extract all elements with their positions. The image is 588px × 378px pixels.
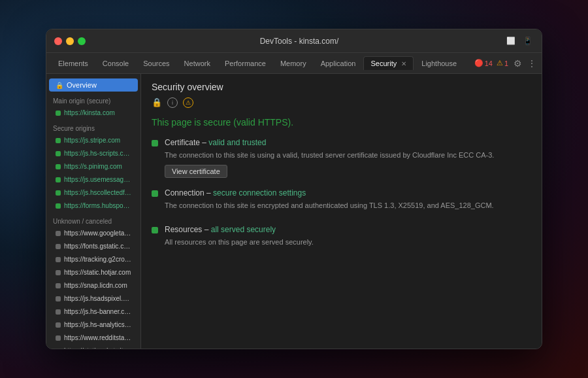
devtools-window: DevTools - kinsta.com/ ⬜ 📱 Elements Cons… [46, 29, 542, 349]
sidebar-item-unknown-1[interactable]: https://fonts.gstatic.com [49, 240, 138, 252]
unknown-origin-2: https://tracking.g2crowd.c... [64, 256, 131, 263]
sidebar-item-secure-5[interactable]: https://forms.hubspot.com [49, 199, 138, 212]
certificate-dot [152, 140, 158, 146]
window-title: DevTools - kinsta.com/ [93, 37, 505, 46]
secure-dot-5 [56, 203, 61, 209]
resources-body: Resources – all served securely All reso… [165, 225, 314, 252]
unknown-origins-label: Unknown / canceled [46, 213, 140, 226]
connection-body: Connection – secure connection settings … [165, 188, 494, 215]
unknown-dot-4 [56, 283, 61, 288]
tab-performance[interactable]: Performance [218, 57, 272, 70]
lock-icon: 🔒 [56, 82, 63, 89]
certificate-link[interactable]: valid and trusted [208, 138, 266, 147]
connection-section: Connection – secure connection settings … [152, 188, 531, 215]
titlebar: DevTools - kinsta.com/ ⬜ 📱 [46, 29, 542, 53]
secure-origin-1: https://js.hs-scripts.com [64, 150, 131, 157]
close-button[interactable] [54, 37, 62, 45]
certificate-section: Certificate – valid and trusted The conn… [152, 138, 531, 178]
tab-sources[interactable]: Sources [137, 57, 176, 70]
resources-title: Resources – all served securely [165, 225, 314, 234]
sidebar-item-unknown-4[interactable]: https://snap.licdn.com [49, 279, 138, 292]
tab-application[interactable]: Application [314, 57, 363, 70]
tab-elements[interactable]: Elements [52, 57, 95, 70]
unknown-dot-7 [56, 322, 61, 328]
unknown-dot-2 [56, 257, 61, 262]
sidebar-item-secure-2[interactable]: https://s.pinimg.com [49, 160, 138, 173]
settings-icon[interactable]: ⚙ [514, 58, 522, 69]
connection-title: Connection – secure connection settings [165, 188, 494, 198]
warning-icon: ⚠ [497, 59, 503, 67]
main-content: 🔒 Overview Main origin (secure) https://… [46, 74, 542, 349]
sidebar-item-unknown-2[interactable]: https://tracking.g2crowd.c... [49, 253, 138, 266]
unknown-origin-6: https://js.hs-banner.com [64, 308, 131, 315]
tab-controls: 🔴 14 ⚠ 1 ⚙ ⋮ [474, 58, 536, 69]
sidebar: 🔒 Overview Main origin (secure) https://… [46, 74, 141, 349]
secure-origin-0: https://js.stripe.com [64, 137, 120, 144]
certificate-title: Certificate – valid and trusted [165, 138, 494, 147]
secure-origin-2: https://s.pinimg.com [64, 163, 122, 170]
security-panel: Security overview 🔒 i ⚠ This page is sec… [141, 74, 542, 349]
resources-section: Resources – all served securely All reso… [152, 225, 531, 252]
tab-console[interactable]: Console [96, 57, 135, 70]
sidebar-item-unknown-9[interactable]: https://static.ads-twitter.cor [49, 345, 138, 349]
secure-dot-1 [56, 151, 61, 156]
sidebar-item-secure-4[interactable]: https://js.hscollectedforms.n [49, 186, 138, 199]
secure-dot-main [56, 111, 61, 116]
connection-desc: The connection to this site is encrypted… [165, 200, 494, 211]
sidebar-item-unknown-5[interactable]: https://js.hsadspixel.net [49, 292, 138, 305]
tab-security[interactable]: Security ✕ [363, 56, 414, 70]
resources-link[interactable]: all served securely [211, 225, 276, 234]
traffic-lights [54, 37, 86, 45]
tab-close-icon[interactable]: ✕ [401, 60, 406, 67]
main-origin-url: https://kinsta.com [64, 109, 115, 116]
panel-status-icons: 🔒 i ⚠ [152, 97, 531, 108]
warning-count: 1 [504, 60, 508, 67]
resources-label: Resources – [165, 225, 211, 234]
minimize-button[interactable] [66, 37, 74, 45]
tab-memory[interactable]: Memory [274, 57, 313, 70]
tab-network[interactable]: Network [178, 57, 217, 70]
tab-lighthouse[interactable]: Lighthouse [415, 57, 463, 70]
secure-dot-2 [56, 164, 61, 169]
sidebar-overview-label: Overview [67, 81, 97, 89]
unknown-origin-7: https://js.hs-analytics.net [64, 321, 131, 328]
certificate-body: Certificate – valid and trusted The conn… [165, 138, 494, 178]
sidebar-item-main-origin[interactable]: https://kinsta.com [49, 107, 138, 119]
unknown-dot-5 [56, 296, 61, 301]
device-icon[interactable]: 📱 [522, 35, 534, 47]
unknown-dot-8 [56, 335, 61, 341]
secure-dot-4 [56, 190, 61, 196]
sidebar-item-secure-1[interactable]: https://js.hs-scripts.com [49, 147, 138, 160]
panel-title: Security overview [152, 82, 531, 92]
lock-status-icon: 🔒 [152, 97, 162, 108]
sidebar-item-unknown-3[interactable]: https://static.hotjar.com [49, 266, 138, 279]
error-icon: 🔴 [474, 59, 483, 67]
warn-status-icon[interactable]: ⚠ [183, 97, 193, 108]
unknown-origin-3: https://static.hotjar.com [64, 269, 131, 276]
sidebar-item-unknown-7[interactable]: https://js.hs-analytics.net [49, 318, 138, 331]
sidebar-item-unknown-6[interactable]: https://js.hs-banner.com [49, 305, 138, 318]
sidebar-item-unknown-8[interactable]: https://www.redditstatic.cor [49, 332, 138, 344]
sidebar-item-unknown-0[interactable]: https://www.googletagmana... [49, 227, 138, 239]
connection-link[interactable]: secure connection settings [213, 188, 306, 198]
titlebar-icons: ⬜ 📱 [505, 35, 534, 47]
unknown-origin-4: https://snap.licdn.com [64, 282, 127, 289]
unknown-origin-1: https://fonts.gstatic.com [64, 243, 131, 250]
tabbar: Elements Console Sources Network Perform… [46, 53, 542, 74]
sidebar-item-secure-0[interactable]: https://js.stripe.com [49, 134, 138, 146]
secure-origin-5: https://forms.hubspot.com [64, 202, 131, 209]
secure-origin-4: https://js.hscollectedforms.n [64, 189, 131, 196]
unknown-origin-0: https://www.googletagmana... [64, 230, 131, 237]
info-status-icon[interactable]: i [167, 97, 178, 108]
maximize-button[interactable] [78, 37, 86, 45]
view-certificate-button[interactable]: View certificate [165, 165, 227, 178]
secure-dot-3 [56, 177, 61, 182]
more-icon[interactable]: ⋮ [527, 58, 536, 69]
inspect-icon[interactable]: ⬜ [505, 35, 517, 47]
certificate-desc: The connection to this site is using a v… [165, 150, 494, 161]
unknown-origin-5: https://js.hsadspixel.net [64, 295, 131, 302]
sidebar-item-overview[interactable]: 🔒 Overview [49, 78, 138, 92]
secure-origin-3: https://js.usemessages.com [64, 176, 131, 183]
sidebar-item-secure-3[interactable]: https://js.usemessages.com [49, 173, 138, 186]
connection-dot [152, 190, 158, 197]
